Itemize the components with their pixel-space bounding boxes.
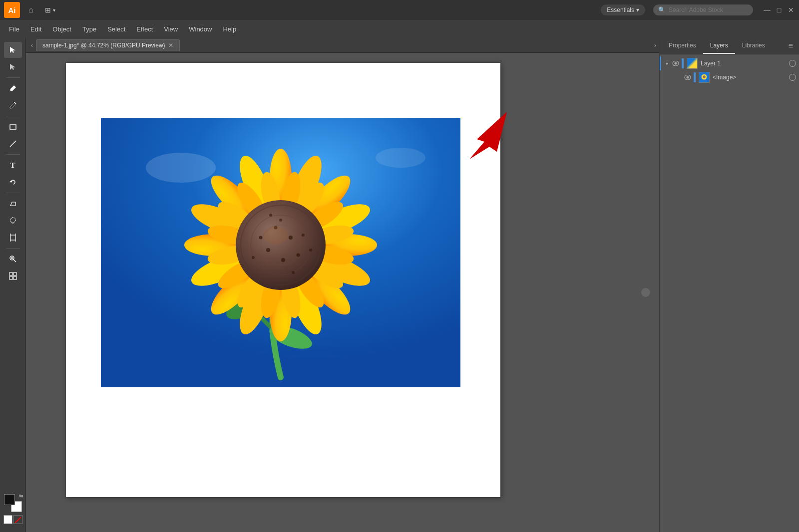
svg-point-60 (266, 248, 270, 252)
sunflower-svg (101, 118, 460, 387)
svg-point-65 (279, 219, 282, 222)
sublayer-target[interactable] (789, 74, 796, 81)
canvas-scroll-area[interactable] (26, 53, 659, 532)
line-tool[interactable] (4, 136, 22, 152)
menu-window[interactable]: Window (184, 23, 217, 35)
menu-view[interactable]: View (159, 23, 183, 35)
svg-point-68 (252, 256, 255, 259)
tool-separator-5 (6, 248, 20, 249)
svg-point-61 (281, 258, 285, 262)
menu-type[interactable]: Type (77, 23, 101, 35)
canvas-area: ‹ sample-1.jpg* @ 44.72% (RGB/GPU Previe… (26, 38, 659, 532)
tab-layers[interactable]: Layers (703, 38, 735, 54)
artboard (66, 63, 500, 497)
type-tool[interactable]: T (4, 157, 22, 173)
menu-bar: File Edit Object Type Select Effect View… (0, 20, 799, 38)
main-layout: T (0, 38, 799, 532)
tool-separator-3 (6, 154, 20, 155)
tab-title: sample-1.jpg* @ 44.72% (RGB/GPU Preview) (42, 42, 165, 49)
layer-color-indicator (682, 58, 684, 68)
menu-edit[interactable]: Edit (25, 23, 46, 35)
tab-close-button[interactable]: ✕ (168, 42, 173, 48)
app-logo: Ai (4, 2, 20, 18)
layer-expand-chevron[interactable]: ▾ (663, 59, 671, 67)
maximize-button[interactable]: □ (775, 6, 783, 14)
tab-libraries[interactable]: Libraries (735, 38, 772, 54)
svg-rect-5 (10, 235, 15, 240)
workspace-switcher[interactable]: ⊞ ▾ (42, 4, 58, 16)
layers-tab-label: Layers (710, 42, 728, 49)
tab-properties[interactable]: Properties (662, 38, 703, 54)
artboard-tool[interactable] (4, 230, 22, 246)
search-input[interactable] (669, 6, 739, 13)
layer-target-indicator[interactable] (789, 60, 796, 67)
svg-point-64 (259, 236, 263, 240)
workspace-label: Essentials (607, 6, 634, 13)
fill-swatch[interactable] (3, 515, 12, 524)
properties-tab-label: Properties (669, 42, 696, 49)
tool-separator-1 (6, 77, 20, 78)
rotate-tool[interactable] (4, 174, 22, 190)
stroke-swatch[interactable] (13, 515, 22, 524)
direct-selection-tool[interactable] (4, 59, 22, 75)
canvas-handle[interactable] (641, 288, 650, 297)
active-document-tab[interactable]: sample-1.jpg* @ 44.72% (RGB/GPU Preview)… (36, 39, 180, 51)
right-panel: Properties Layers Libraries ≡ ▾ (659, 38, 799, 532)
title-bar: Ai ⌂ ⊞ ▾ Essentials ▾ 🔍 — □ ✕ (0, 0, 799, 20)
tabs-left-arrow[interactable]: ‹ (28, 42, 36, 49)
svg-point-67 (309, 249, 312, 252)
svg-point-66 (302, 234, 305, 237)
svg-rect-14 (9, 272, 12, 275)
layer-name: Layer 1 (701, 60, 787, 67)
svg-point-74 (675, 62, 677, 65)
tabs-bar: ‹ sample-1.jpg* @ 44.72% (RGB/GPU Previe… (26, 38, 659, 53)
svg-point-3 (10, 218, 15, 223)
selection-tool[interactable] (4, 42, 22, 58)
sublayer-expand (675, 73, 683, 81)
menu-effect[interactable]: Effect (131, 23, 158, 35)
svg-rect-16 (9, 276, 12, 279)
rectangle-tool[interactable] (4, 119, 22, 135)
swap-colors-icon[interactable]: ⇆ (19, 493, 23, 499)
image-content (101, 118, 460, 387)
svg-point-0 (10, 90, 11, 91)
menu-help[interactable]: Help (218, 23, 241, 35)
shape-builder-tool[interactable] (4, 268, 22, 284)
foreground-swatch[interactable] (4, 494, 15, 505)
tool-separator-4 (6, 193, 20, 193)
svg-line-2 (10, 141, 16, 147)
grid-icon: ⊞ (45, 6, 51, 14)
workspace-dropdown[interactable]: Essentials ▾ (601, 4, 645, 15)
svg-rect-1 (10, 125, 16, 129)
minimize-button[interactable]: — (763, 6, 771, 14)
sublayer-visibility[interactable] (684, 73, 692, 81)
tool-separator-2 (6, 116, 20, 116)
pencil-tool[interactable] (4, 97, 22, 113)
search-icon: 🔍 (658, 6, 666, 13)
dropdown-chevron: ▾ (636, 6, 639, 13)
svg-point-79 (703, 75, 705, 78)
tabs-right-arrow[interactable]: › (651, 42, 659, 49)
layer-row-1[interactable]: ▾ Layer 1 (660, 56, 799, 70)
chevron-down-icon: ▾ (53, 7, 55, 13)
eraser-tool[interactable] (4, 196, 22, 212)
sublayer-name: <Image> (713, 74, 787, 81)
zoom-tool[interactable] (4, 251, 22, 267)
menu-file[interactable]: File (4, 23, 24, 35)
sublayer-image[interactable]: <Image> (660, 70, 799, 84)
menu-object[interactable]: Object (47, 23, 76, 35)
svg-point-70 (269, 214, 272, 217)
lasso-tool[interactable] (4, 213, 22, 229)
svg-line-11 (13, 260, 16, 262)
pen-tool[interactable] (4, 80, 22, 96)
fg-bg-swatches[interactable]: ⇆ (4, 494, 22, 512)
svg-point-69 (292, 271, 295, 274)
menu-select[interactable]: Select (102, 23, 130, 35)
search-bar[interactable]: 🔍 (653, 4, 753, 15)
home-button[interactable]: ⌂ (24, 3, 38, 17)
panel-menu-button[interactable]: ≡ (785, 39, 797, 52)
close-button[interactable]: ✕ (787, 6, 795, 14)
layer-visibility-toggle[interactable] (672, 59, 680, 67)
svg-rect-15 (13, 272, 16, 275)
svg-point-55 (236, 200, 326, 290)
